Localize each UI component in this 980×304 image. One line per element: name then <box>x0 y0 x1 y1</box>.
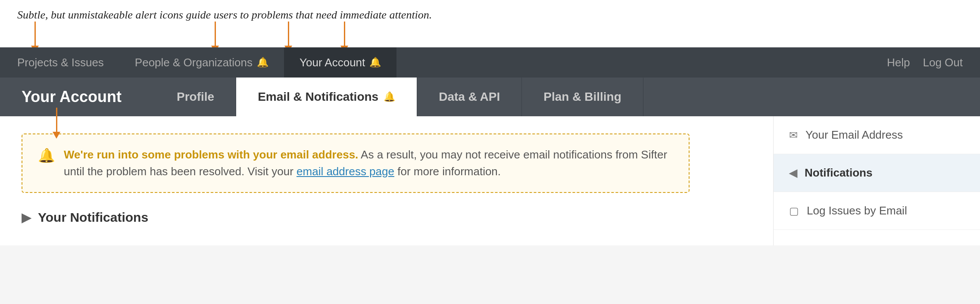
log-issues-icon: ▢ <box>789 205 799 217</box>
sidebar-notifications-label: Notifications <box>805 166 872 180</box>
tab-email-notifications[interactable]: Email & Notifications 🔔 <box>236 78 417 116</box>
top-nav: Projects & Issues People & Organizations… <box>0 47 980 78</box>
sidebar-email-label: Your Email Address <box>805 128 903 142</box>
alert-bold-text: We're run into some problems with your e… <box>64 148 358 161</box>
bell-icon-email-tab: 🔔 <box>384 91 395 102</box>
section-heading: ▶ Your Notifications <box>22 210 752 225</box>
nav-item-people[interactable]: People & Organizations 🔔 <box>119 47 284 78</box>
sidebar-log-issues-label: Log Issues by Email <box>807 204 907 217</box>
annotation-bar: Subtle, but unmistakeable alert icons gu… <box>0 0 980 47</box>
nav-label-people: People & Organizations <box>135 56 253 69</box>
nav-help[interactable]: Help <box>887 56 910 69</box>
nav-label-projects: Projects & Issues <box>17 56 104 69</box>
sidebar-item-log-issues[interactable]: ▢ Log Issues by Email <box>774 192 980 230</box>
arrow-line-1 <box>34 22 36 46</box>
notifications-icon: ◀ <box>789 167 797 179</box>
nav-label-account: Your Account <box>300 56 365 69</box>
tab-data-label: Data & API <box>439 90 500 104</box>
alert-text: We're run into some problems with your e… <box>64 146 673 180</box>
sidebar-item-notifications[interactable]: ◀ Notifications <box>774 154 980 192</box>
tab-profile[interactable]: Profile <box>155 78 236 116</box>
arrow-5 <box>53 108 60 139</box>
bell-icon-account: 🔔 <box>369 57 381 68</box>
tab-profile-label: Profile <box>177 90 214 104</box>
paper-plane-icon: ▶ <box>22 211 31 225</box>
nav-logout[interactable]: Log Out <box>923 56 963 69</box>
arrow-line-3 <box>288 22 289 46</box>
nav-item-account[interactable]: Your Account 🔔 <box>284 47 396 78</box>
alert-bell-icon: 🔔 <box>38 147 55 164</box>
page-title: Your Account <box>0 78 155 116</box>
bell-icon-people: 🔔 <box>257 57 268 68</box>
arrow-line-2 <box>215 22 216 46</box>
sidebar: ✉ Your Email Address ◀ Notifications ▢ L… <box>773 116 980 245</box>
alert-link[interactable]: email address page <box>296 165 394 178</box>
nav-item-projects[interactable]: Projects & Issues <box>17 47 119 78</box>
alert-wrapper: 🔔 We're run into some problems with your… <box>22 133 752 193</box>
arrow-line-5 <box>56 108 57 132</box>
section-heading-text: Your Notifications <box>38 210 148 225</box>
tab-plan-label: Plan & Billing <box>543 90 621 104</box>
nav-left: Projects & Issues People & Organizations… <box>17 47 887 78</box>
tab-data-api[interactable]: Data & API <box>417 78 522 116</box>
sidebar-item-email[interactable]: ✉ Your Email Address <box>774 116 980 154</box>
content-area: 🔔 We're run into some problems with your… <box>0 116 980 245</box>
alert-box: 🔔 We're run into some problems with your… <box>22 133 690 193</box>
alert-end-text: for more information. <box>394 165 501 178</box>
arrow-line-4 <box>344 22 345 46</box>
annotation-text: Subtle, but unmistakeable alert icons gu… <box>17 9 432 21</box>
arrow-head-5 <box>53 132 60 139</box>
tab-bar: Your Account Profile Email & Notificatio… <box>0 78 980 116</box>
email-icon: ✉ <box>789 129 798 141</box>
main-content: 🔔 We're run into some problems with your… <box>0 116 773 245</box>
tab-email-label: Email & Notifications <box>258 90 378 104</box>
nav-right: Help Log Out <box>887 56 963 69</box>
tab-plan-billing[interactable]: Plan & Billing <box>522 78 643 116</box>
